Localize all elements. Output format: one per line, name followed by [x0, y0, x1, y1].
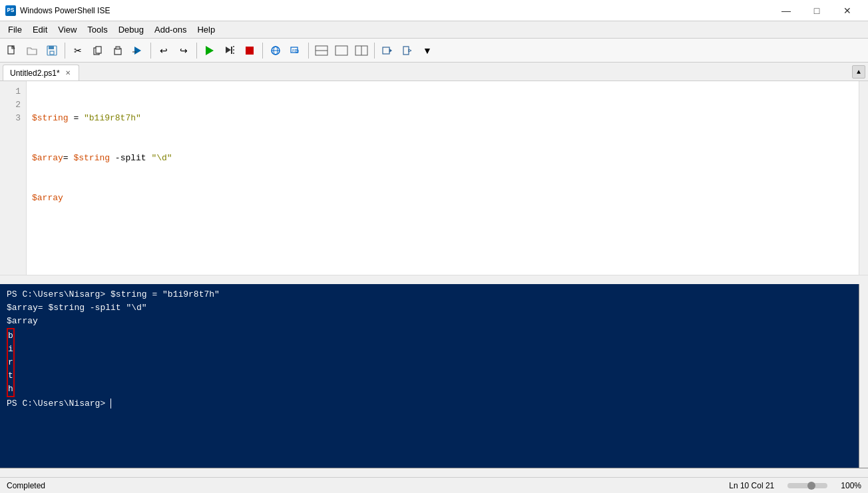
tab-untitled2[interactable]: Untitled2.ps1* ✕ [3, 65, 79, 81]
menu-file[interactable]: File [3, 23, 27, 36]
toolbar: ✂ ↩ ↪ PS ▼ [0, 39, 868, 63]
output-b: b [8, 329, 13, 343]
console-h-scrollbar[interactable] [0, 468, 868, 477]
title-bar: PS Windows PowerShell ISE — □ ✕ [0, 0, 868, 21]
var-array: $array [32, 153, 63, 163]
addon-button-1[interactable] [378, 41, 397, 60]
status-text: Completed [7, 481, 45, 490]
svg-rect-28 [383, 47, 389, 54]
pane-button-3[interactable] [352, 41, 371, 60]
output-h: h [8, 383, 13, 396]
code-line-1: $string = "b1i9r8t7h" [32, 112, 853, 125]
console-area[interactable]: PS C:\Users\Nisarg> $string = "b1i9r8t7h… [0, 284, 868, 468]
paste-button[interactable] [108, 41, 127, 60]
console-prompt-line: PS C:\Users\Nisarg> [7, 397, 861, 411]
minimize-button[interactable]: — [771, 0, 801, 21]
svg-rect-3 [49, 46, 54, 49]
toolbar-sep-2 [150, 43, 151, 59]
app-icon: PS [5, 5, 16, 16]
menu-addons[interactable]: Add-ons [149, 23, 192, 36]
menu-edit[interactable]: Edit [27, 23, 53, 36]
str-value: "b1i9r8t7h" [84, 113, 141, 123]
svg-rect-17 [246, 47, 254, 55]
cursor [110, 399, 116, 409]
zoom-level: 100% [841, 481, 861, 490]
new-remote-button[interactable]: PS [286, 41, 305, 60]
toolbar-sep-5 [308, 43, 309, 59]
addon-button-2[interactable] [398, 41, 417, 60]
tab-close-btn[interactable]: ✕ [64, 69, 72, 77]
svg-marker-29 [389, 49, 392, 53]
close-button[interactable]: ✕ [832, 0, 863, 21]
svg-rect-6 [96, 47, 101, 53]
maximize-button[interactable]: □ [801, 0, 832, 21]
menu-debug[interactable]: Debug [113, 23, 149, 36]
var-string: $string [32, 113, 69, 123]
pane-button-2[interactable] [332, 41, 351, 60]
pane-button-1[interactable] [312, 41, 331, 60]
menu-bar: File Edit View Tools Debug Add-ons Help [0, 21, 868, 39]
svg-rect-8 [116, 47, 120, 49]
app-title: Windows PowerShell ISE [20, 6, 110, 15]
tab-scroll-up[interactable]: ▲ [852, 65, 865, 79]
redo-button[interactable]: ↪ [174, 41, 193, 60]
zoom-slider-thumb [807, 482, 815, 490]
editor-h-scrollbar[interactable] [0, 275, 868, 284]
output-highlight-box: b i r t h [7, 328, 15, 397]
cursor-position: Ln 10 Col 21 [729, 481, 774, 490]
new-button[interactable] [3, 41, 21, 60]
toolbar-sep-6 [374, 43, 375, 59]
code-content[interactable]: $string = "b1i9r8t7h" $array= $string -s… [27, 81, 859, 275]
svg-marker-9 [134, 47, 141, 55]
console-line-1: PS C:\Users\Nisarg> $string = "b1i9r8t7h… [7, 288, 861, 301]
run-line-button[interactable] [220, 41, 239, 60]
open-button[interactable] [23, 41, 41, 60]
svg-rect-30 [403, 47, 409, 55]
console-line-2: $array= $string -split "\d" [7, 301, 861, 315]
stop-button[interactable] [240, 41, 259, 60]
code-line-3: $array [32, 192, 853, 205]
expand-button[interactable]: ▼ [418, 41, 437, 60]
copy-button[interactable] [89, 41, 107, 60]
run-button[interactable] [200, 41, 219, 60]
menu-tools[interactable]: Tools [82, 23, 112, 36]
editor-scrollbar[interactable] [859, 81, 868, 275]
op-assign: = [63, 153, 74, 163]
save-button[interactable] [43, 41, 61, 60]
code-line-2: $array= $string -split "\d" [32, 152, 853, 165]
cut-button[interactable]: ✂ [69, 41, 87, 60]
line-number-3: 3 [0, 112, 21, 125]
var-string-2: $string [73, 153, 110, 163]
var-array-2: $array [32, 193, 63, 203]
split-pattern: "\d" [151, 153, 172, 163]
svg-rect-25 [335, 46, 347, 55]
toolbar-sep-4 [262, 43, 263, 59]
tab-label: Untitled2.ps1* [10, 69, 60, 78]
output-t: t [8, 369, 13, 383]
toolbar-sep-3 [196, 43, 197, 59]
console-scrollbar[interactable] [859, 284, 868, 468]
op-split: -split [110, 153, 151, 163]
svg-marker-11 [206, 46, 214, 55]
output-i: i [8, 343, 13, 356]
run-snippet-button[interactable] [128, 41, 147, 60]
status-bar: Completed Ln 10 Col 21 100% [0, 477, 868, 493]
output-r: r [8, 356, 13, 369]
tab-bar: Untitled2.ps1* ✕ ▲ [0, 63, 868, 81]
console-wrapper: PS C:\Users\Nisarg> $string = "b1i9r8t7h… [0, 284, 868, 478]
svg-marker-12 [226, 47, 231, 53]
console-line-3: $array [7, 315, 861, 328]
zoom-slider[interactable] [787, 483, 827, 488]
remote-button[interactable] [266, 41, 285, 60]
svg-text:PS: PS [292, 49, 297, 53]
line-number-1: 1 [0, 85, 21, 98]
title-bar-controls: — □ ✕ [771, 0, 863, 21]
toolbar-sep-1 [65, 43, 65, 59]
line-numbers: 1 2 3 [0, 81, 27, 275]
line-number-2: 2 [0, 98, 21, 112]
title-bar-left: PS Windows PowerShell ISE [5, 5, 110, 16]
menu-help[interactable]: Help [192, 23, 220, 36]
svg-rect-4 [50, 51, 54, 55]
undo-button[interactable]: ↩ [154, 41, 173, 60]
menu-view[interactable]: View [53, 23, 82, 36]
